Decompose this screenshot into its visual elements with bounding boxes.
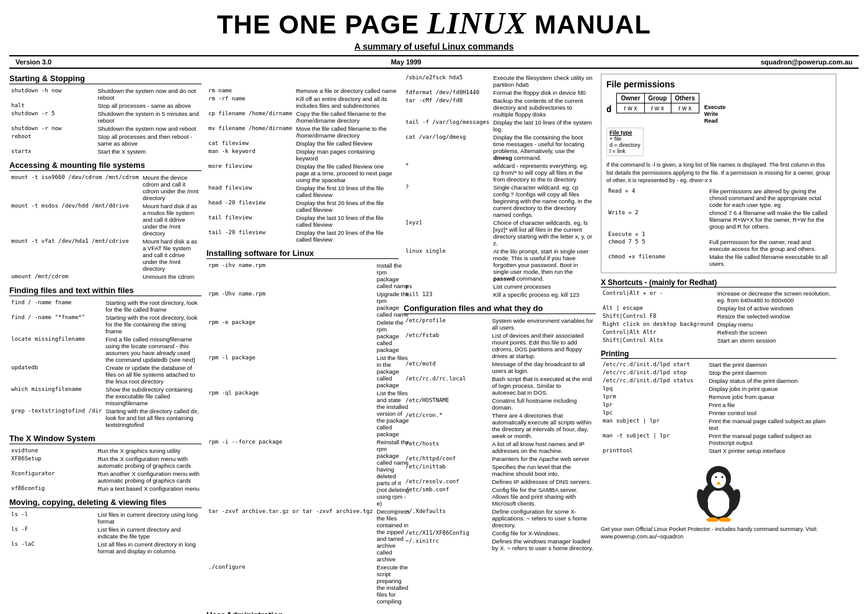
cmd: lpq	[601, 385, 707, 393]
table-row: shutdown -h nowShutdown the system now a…	[9, 87, 202, 102]
desc: Display the last 10 lines of the system …	[491, 118, 596, 133]
table-row: lpqDisplay jobs in print queue	[601, 385, 836, 393]
table-row: ls -laCList all files in current directo…	[9, 540, 202, 555]
table-row: /etc/X11/XF86ConfigConfig file for X-Win…	[404, 529, 596, 537]
table-row: mount -t msdos /dev/hdd /mnt/ddriveMount…	[9, 202, 202, 237]
cmd: rm -rf name	[206, 95, 294, 110]
title-italic: LINUX	[427, 6, 527, 40]
cmd: mv filename /home/dirname	[206, 125, 294, 139]
cmd: mount -t iso9660 /dev/cdrom /mnt/cdrom	[9, 173, 141, 202]
table-row: chmod +x filenameMake the file called fi…	[606, 253, 831, 268]
section-printing: Printing /etc/rc.d/init.d/lpd startStart…	[601, 349, 836, 455]
desc: Backup the contents of the current direc…	[491, 97, 596, 118]
desc: Shutdown the system in 5 minutes and reb…	[96, 110, 202, 125]
section-finding: Finding files and text within files find…	[9, 286, 202, 429]
cmd: fdformat /dev/fd0H1440	[404, 89, 491, 97]
table-row: [xyz]Choice of character wildcards. eg. …	[404, 219, 596, 247]
desc: Create or update the database of files o…	[104, 364, 202, 385]
table-row: rpm -Uhv name.rpmUpgrade the rpm package…	[206, 290, 412, 318]
desc: Config file for X-Windows.	[490, 529, 596, 537]
fp-header-owner: Owner	[617, 94, 644, 103]
table-row: ~/.XdefaultsDefine configuration for som…	[404, 507, 596, 529]
desc: Starting with the root directory, look f…	[104, 314, 202, 335]
desc: Starting with the root directory, look f…	[104, 299, 202, 314]
section-title-mounting: Accessing & mounting file systems	[9, 160, 202, 171]
table-row: /etc/smb.confConfig file for the SAMBA s…	[404, 486, 596, 507]
page-layout: Starting & Stopping shutdown -h nowShutd…	[9, 74, 859, 614]
table-row: ls -FList files in current directory and…	[9, 525, 202, 540]
cmd: /etc/inittab	[404, 463, 490, 478]
desc: Resize the selected window	[715, 312, 836, 320]
desc: Defines IP addresses of DNS servers.	[490, 478, 596, 486]
cmd: ./configure	[206, 563, 375, 605]
xshort-table: Control|Alt + or -Increase or decrease t…	[601, 289, 836, 344]
table-row: Write = 2chmod 7 6 4 filename will make …	[606, 209, 831, 230]
desc: Move the file called filename to the /ho…	[294, 125, 399, 139]
section-installing: Installing software for Linux rpm -ihv n…	[206, 248, 399, 605]
fp-owner-perms: r w x	[617, 103, 644, 113]
cmd: rpm -Uhv name.rpm	[206, 290, 375, 318]
cmd: lpr	[601, 401, 707, 409]
table-row: Control|Alt AltrRefresh the screen	[601, 328, 836, 336]
table-row: shutdown -r 5Shutdown the system in 5 mi…	[9, 110, 202, 125]
cmd: head -20 fileview	[206, 199, 294, 214]
desc: Start the X system	[96, 147, 202, 156]
table-row: /etc/httpd/confParamters for the Apache …	[404, 455, 596, 463]
starting-table: shutdown -h nowShutdown the system now a…	[9, 87, 202, 156]
desc: Print a file	[707, 401, 836, 409]
fp-right-labels: Execute Write Read	[704, 104, 726, 124]
table-row: cat /var/log/dmesgDisplay the file conta…	[404, 133, 596, 162]
table-row: XconfiguratorRun another X configuration…	[9, 470, 202, 485]
table-row: /etc/motdMessage of the day broadcast to…	[404, 360, 596, 375]
fp-header-group: Group	[644, 94, 671, 103]
table-row: Execute = 1	[606, 230, 831, 238]
table-row: /etc/hostsA list of all know host names …	[404, 440, 596, 455]
table-row: Read = 4File permissions are altered by …	[606, 187, 831, 209]
cmd: shutdown -r now	[9, 125, 96, 133]
section-title-xwindow: The X Window System	[9, 434, 202, 444]
table-row: ls -lList files in current directory usi…	[9, 511, 202, 525]
table-row: rpm -e packageDelete the rpm package cal…	[206, 318, 412, 354]
desc: Copy the file called filename to the /ho…	[294, 110, 399, 125]
table-row: which missingfilenameShow the subdirecto…	[9, 385, 202, 407]
xshort-title: X Shortcuts - (mainly for Redhat)	[601, 278, 836, 287]
desc: Run another X configuration menu with au…	[96, 470, 202, 485]
desc: Display the first 20 lines of the file c…	[294, 199, 399, 214]
table-row: Control|Alt + or -Increase or decrease t…	[601, 289, 836, 304]
desc: Stop all processes - same as above	[96, 102, 202, 110]
svg-point-1	[707, 489, 730, 517]
footer-note: Get your own Official Linux Pocket Prote…	[601, 525, 836, 541]
table-row: shutdown -r nowShutdown the system now a…	[9, 125, 202, 133]
penguin-svg	[694, 460, 743, 522]
fp-filetype-label: File type	[609, 129, 640, 136]
table-row: xvidtuneRun the X graphics tuning utilit…	[9, 447, 202, 455]
cmd: xvidtune	[9, 447, 96, 455]
fp-table-container: Owner Group Others r w x r w x r w x	[616, 93, 699, 113]
table-row: startxStart the X system	[9, 147, 202, 156]
table-row: rpm -l packageList the files in the pack…	[206, 354, 412, 389]
cmd: Shift|Control F8	[601, 312, 715, 320]
table-row: head -20 fileviewDisplay the first 20 li…	[206, 199, 399, 214]
table-row: tail fileviewDisplay the last 10 lines o…	[206, 214, 399, 229]
table-row: /etc/resolv.confDefines IP addresses of …	[404, 478, 596, 486]
section-file-commands: spacer rm nameRemove a file or directory…	[206, 74, 399, 243]
fp-key: chmod +x filename	[606, 253, 707, 268]
desc: Show the subdirectory containing the exe…	[104, 385, 202, 407]
cmd: /etc/profile	[404, 317, 490, 331]
cmd: man -t subject | lpr	[601, 432, 707, 447]
cmd: shutdown -h now	[9, 87, 96, 102]
cmd: printtool	[601, 447, 707, 455]
cmd: *	[404, 162, 491, 183]
desc: Display the file called fileview	[294, 139, 399, 147]
cmd: startx	[9, 147, 96, 156]
table-row: /etc/HOSTNAMEConatins full hostname incl…	[404, 397, 596, 411]
cmd: rm name	[206, 87, 294, 95]
cmd: XF86Setup	[9, 455, 96, 470]
cmd: /etc/httpd/conf	[404, 455, 490, 463]
cmd: rpm -ihv name.rpm	[206, 261, 375, 290]
svg-point-6	[715, 476, 717, 478]
desc: Kill off an entire directory and all its…	[294, 95, 399, 110]
table-row: grep -textstringtofind /dirStarting with…	[9, 407, 202, 429]
table-row: rpm -i --force packageReinstall the rpm …	[206, 438, 412, 507]
section-moving: Moving, copying, deleting & viewing file…	[9, 498, 202, 555]
